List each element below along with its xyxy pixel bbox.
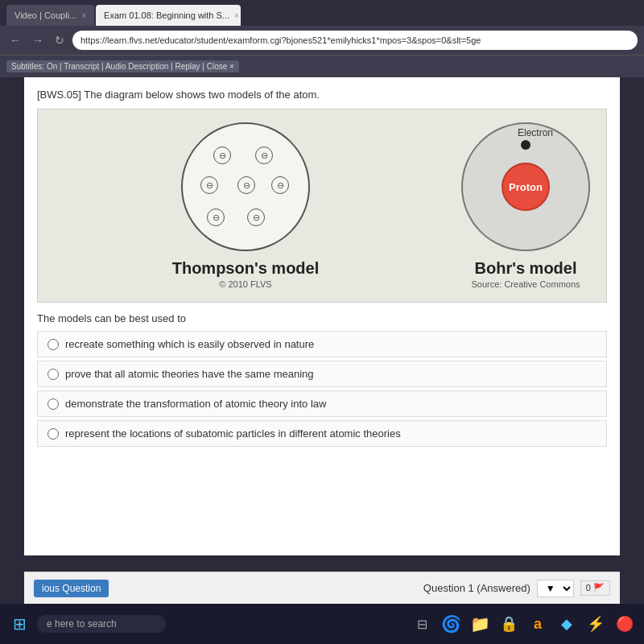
content-area: [BWS.05] The diagram below shows two mod… bbox=[24, 77, 620, 555]
bohr-model-section: Proton Electron Bohr's model Source: Cre… bbox=[461, 122, 590, 289]
choice-d-label: represent the locations of subatomic par… bbox=[65, 427, 401, 440]
electron-5: ⊖ bbox=[271, 176, 289, 194]
edge-icon: 🌀 bbox=[441, 614, 461, 634]
question-tag: [BWS.05] bbox=[37, 89, 81, 101]
bohr-proton: Proton bbox=[502, 163, 550, 211]
tab-exam-label: Exam 01.08: Beginning with S... bbox=[104, 10, 229, 20]
radio-d[interactable] bbox=[47, 428, 59, 440]
taskbar-search[interactable]: e here to search bbox=[37, 615, 166, 633]
taskbar-folder-button[interactable]: 📁 bbox=[469, 613, 491, 635]
taskbar-amazon-button[interactable]: a bbox=[526, 613, 549, 635]
tab-exam-close[interactable]: × bbox=[234, 11, 239, 20]
electron-3: ⊖ bbox=[200, 176, 218, 194]
taskbar-icons: ⊟ 🌀 📁 🔒 a ◆ ⚡ 🔴 bbox=[411, 613, 636, 635]
bohr-diagram: Proton Electron bbox=[461, 122, 590, 251]
choice-a-label: recreate something which is easily obser… bbox=[65, 338, 314, 350]
question-prompt: The diagram below shows two models of th… bbox=[84, 89, 320, 101]
windows-start-button[interactable]: ⊞ bbox=[8, 613, 31, 635]
taskbar-dropbox-button[interactable]: ◆ bbox=[555, 613, 578, 635]
electron-label: Electron bbox=[518, 127, 553, 138]
address-bar[interactable]: https://learn.flvs.net/educator/student/… bbox=[72, 31, 638, 50]
thompson-title: Thompson's model bbox=[172, 259, 320, 278]
taskbar: ⊞ e here to search ⊟ 🌀 📁 🔒 a ◆ ⚡ 🔴 bbox=[0, 604, 644, 644]
refresh-button[interactable]: ↻ bbox=[52, 32, 68, 48]
thompson-copyright: © 2010 FLVS bbox=[219, 279, 271, 289]
lock-icon: 🔒 bbox=[500, 615, 518, 633]
bohr-source: Source: Creative Commons bbox=[471, 279, 580, 289]
electron-particle bbox=[521, 140, 530, 150]
radio-b[interactable] bbox=[47, 369, 59, 380]
previous-question-button[interactable]: ious Question bbox=[34, 580, 109, 597]
address-bar-row: ← → ↻ https://learn.flvs.net/educator/st… bbox=[0, 26, 644, 55]
radio-a[interactable] bbox=[47, 339, 59, 350]
back-button[interactable]: ← bbox=[6, 32, 24, 48]
bolt-icon: ⚡ bbox=[587, 615, 605, 633]
taskbar-bolt-button[interactable]: ⚡ bbox=[584, 613, 607, 635]
proton-label: Proton bbox=[509, 181, 543, 193]
tab-exam[interactable]: Exam 01.08: Beginning with S... × bbox=[96, 5, 241, 26]
amazon-icon: a bbox=[534, 616, 542, 633]
bottom-bar: ious Question Question 1 (Answered) ▼ 0 … bbox=[24, 572, 620, 604]
question-status: Question 1 (Answered) ▼ 0 🚩 bbox=[423, 580, 610, 597]
choice-c-label: demonstrate the transformation of atomic… bbox=[65, 398, 326, 410]
tab-bar: Video | Coupli... × Exam 01.08: Beginnin… bbox=[0, 0, 644, 26]
choice-b[interactable]: prove that all atomic theories have the … bbox=[37, 361, 607, 387]
choice-d[interactable]: represent the locations of subatomic par… bbox=[37, 420, 607, 447]
browser-chrome: Video | Coupli... × Exam 01.08: Beginnin… bbox=[0, 0, 644, 77]
status-dropdown[interactable]: ▼ bbox=[537, 580, 574, 597]
question-label: [BWS.05] The diagram below shows two mod… bbox=[37, 89, 607, 101]
diagram-container: ⊖ ⊖ ⊖ ⊖ ⊖ ⊖ ⊖ Thompson's model © 2010 FL… bbox=[37, 109, 607, 303]
address-url: https://learn.flvs.net/educator/student/… bbox=[80, 35, 481, 45]
electron-1: ⊖ bbox=[213, 147, 231, 164]
toolbar-row: Subtitles: On | Transcript | Audio Descr… bbox=[0, 55, 644, 77]
app-icon: 🔴 bbox=[616, 615, 634, 633]
flag-button[interactable]: 0 🚩 bbox=[580, 580, 610, 596]
multitasking-icon: ⊟ bbox=[417, 617, 427, 632]
answer-choices: recreate something which is easily obser… bbox=[37, 331, 607, 447]
tab-video[interactable]: Video | Coupli... × bbox=[6, 5, 94, 26]
toolbar-subtitles[interactable]: Subtitles: On | Transcript | Audio Descr… bbox=[6, 60, 239, 72]
question-stem: The models can be best used to bbox=[37, 312, 607, 324]
taskbar-app-button[interactable]: 🔴 bbox=[613, 613, 636, 635]
thompson-circle: ⊖ ⊖ ⊖ ⊖ ⊖ ⊖ ⊖ bbox=[181, 122, 310, 251]
choice-c[interactable]: demonstrate the transformation of atomic… bbox=[37, 390, 607, 417]
choice-b-label: prove that all atomic theories have the … bbox=[65, 368, 314, 380]
electron-4: ⊖ bbox=[237, 176, 255, 194]
electron-6: ⊖ bbox=[207, 208, 225, 226]
tab-video-close[interactable]: × bbox=[81, 11, 86, 20]
bohr-title: Bohr's model bbox=[475, 259, 577, 278]
electron-2: ⊖ bbox=[255, 147, 273, 164]
taskbar-edge-button[interactable]: 🌀 bbox=[440, 613, 462, 635]
radio-c[interactable] bbox=[47, 398, 59, 410]
windows-icon: ⊞ bbox=[13, 614, 27, 634]
taskbar-lock-button[interactable]: 🔒 bbox=[497, 613, 520, 635]
choice-a[interactable]: recreate something which is easily obser… bbox=[37, 331, 607, 357]
tab-video-label: Video | Coupli... bbox=[14, 10, 76, 20]
dropbox-icon: ◆ bbox=[561, 615, 572, 633]
forward-button[interactable]: → bbox=[29, 32, 47, 48]
electron-7: ⊖ bbox=[247, 208, 265, 226]
thompson-model-section: ⊖ ⊖ ⊖ ⊖ ⊖ ⊖ ⊖ Thompson's model © 2010 FL… bbox=[54, 122, 437, 289]
taskbar-multitasking-button[interactable]: ⊟ bbox=[411, 613, 433, 635]
question-status-label: Question 1 (Answered) bbox=[423, 582, 530, 594]
folder-icon: 📁 bbox=[470, 614, 490, 634]
